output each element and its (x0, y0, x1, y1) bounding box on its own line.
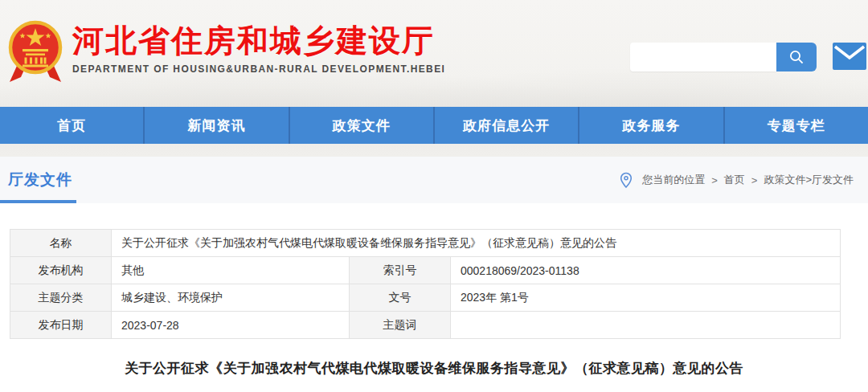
site-brand: 河北省住房和城乡建设厅 DEPARTMENT OF HOUSING&URBAN-… (6, 18, 445, 87)
field-value-index-no: 000218069/2023-01138 (451, 257, 841, 284)
section-title-underline (0, 200, 76, 203)
field-label-name: 名称 (10, 230, 112, 257)
search-input[interactable] (630, 43, 776, 71)
nav-item-news[interactable]: 新闻资讯 (143, 107, 288, 144)
field-value-category: 城乡建设、环境保护 (112, 284, 350, 312)
table-row: 名称 关于公开征求《关于加强农村气代煤电代煤取暖设备维保服务指导意见》（征求意见… (10, 230, 841, 257)
search-button[interactable] (776, 43, 817, 71)
field-label-agency: 发布机构 (10, 257, 112, 284)
main-nav: 首页 新闻资讯 政策文件 政府信息公开 政务服务 专题专栏 (0, 107, 868, 144)
nav-item-services[interactable]: 政务服务 (578, 107, 723, 144)
mail-icon[interactable] (833, 43, 866, 70)
field-value-publish-date: 2023-07-28 (112, 312, 350, 339)
nav-item-gov-info[interactable]: 政府信息公开 (433, 107, 578, 144)
table-row: 发布机构 其他 索引号 000218069/2023-01138 (10, 257, 841, 284)
breadcrumb-home-link[interactable]: 首页 (724, 173, 745, 187)
table-row: 主题分类 城乡建设、环境保护 文号 2023年 第1号 (10, 284, 841, 312)
field-value-keywords (451, 312, 841, 339)
document-meta-table: 名称 关于公开征求《关于加强农村气代煤电代煤取暖设备维保服务指导意见》（征求意见… (10, 229, 841, 339)
breadcrumb-separator: > (751, 174, 758, 186)
field-label-doc-number: 文号 (350, 284, 451, 312)
brand-text: 河北省住房和城乡建设厅 DEPARTMENT OF HOUSING&URBAN-… (72, 18, 445, 75)
table-row: 发布日期 2023-07-28 主题词 (10, 312, 841, 339)
breadcrumb-separator: > (711, 174, 718, 186)
page: 河北省住房和城乡建设厅 DEPARTMENT OF HOUSING&URBAN-… (0, 0, 868, 392)
national-emblem-logo[interactable] (6, 18, 64, 87)
field-label-category: 主题分类 (10, 284, 112, 312)
field-value-agency: 其他 (112, 257, 350, 284)
section-title: 厅发文件 (8, 169, 72, 190)
site-header: 河北省住房和城乡建设厅 DEPARTMENT OF HOUSING&URBAN-… (0, 0, 868, 157)
site-subtitle: DEPARTMENT OF HOUSING&URBAN-RURAL DEVELO… (72, 63, 445, 75)
nav-item-policy[interactable]: 政策文件 (289, 107, 433, 144)
nav-item-topics[interactable]: 专题专栏 (723, 107, 868, 144)
search-icon (788, 49, 805, 65)
header-tools (630, 43, 866, 71)
nav-item-home[interactable]: 首页 (0, 107, 143, 144)
breadcrumb-location-label: 您当前的位置 (642, 173, 705, 187)
article-title: 关于公开征求《关于加强农村气代煤电代煤取暖设备维保服务指导意见》（征求意见稿）意… (0, 359, 868, 378)
breadcrumb-band: 厅发文件 您当前的位置 > 首页 > 政策文件>厅发文件 (0, 157, 868, 203)
field-label-index-no: 索引号 (350, 257, 451, 284)
field-label-publish-date: 发布日期 (10, 312, 112, 339)
site-title: 河北省住房和城乡建设厅 (72, 24, 445, 59)
field-value-name: 关于公开征求《关于加强农村气代煤电代煤取暖设备维保服务指导意见》（征求意见稿）意… (112, 230, 841, 257)
field-label-keywords: 主题词 (350, 312, 451, 339)
location-pin-icon (620, 172, 633, 189)
search-box (630, 43, 817, 71)
breadcrumb: 您当前的位置 > 首页 > 政策文件>厅发文件 (620, 172, 854, 189)
breadcrumb-current-link[interactable]: 政策文件>厅发文件 (764, 173, 854, 187)
field-value-doc-number: 2023年 第1号 (451, 284, 841, 312)
